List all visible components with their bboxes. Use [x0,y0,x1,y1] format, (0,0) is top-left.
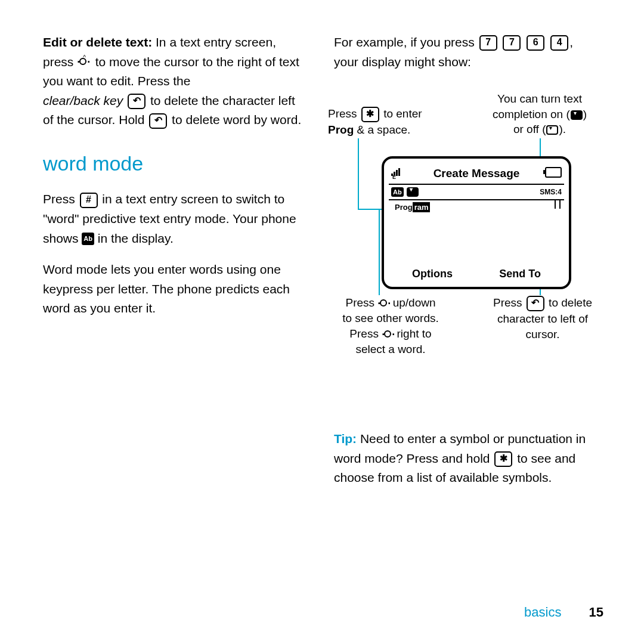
callout-line [358,138,359,210]
text-entry-line: Program [389,200,564,215]
clear-key-icon: ↶ [149,113,167,129]
predicted-text: ram [413,202,431,212]
phone-screen: E Create Message Ab SMS:4 Program Option… [382,156,571,289]
word-mode-p2: Word mode lets you enter words using one… [43,260,305,318]
annotation-bottom-left: Press up/down to see other words. Press … [328,295,453,357]
key-4-icon: 4 [550,35,568,51]
signal-icon: E [391,166,402,179]
annotation-top-left: Press ✱ to enter Prog & a space. [328,106,435,138]
completion-off-icon [546,125,558,135]
softkey-left[interactable]: Options [412,268,453,280]
hash-key-icon: # [80,193,98,208]
completion-on-icon [407,187,419,197]
completion-on-icon [571,110,583,120]
sms-counter: SMS:4 [540,188,562,196]
left-column: Edit or delete text: In a text entry scr… [43,33,305,330]
tip-paragraph: Tip: Need to enter a symbol or punctuati… [334,429,596,500]
ab-mode-icon: Ab [82,233,94,245]
nav-key-icon [377,296,389,311]
word-mode-heading: word mode [43,148,305,179]
word-mode-p1: Press # in a text entry screen to switch… [43,190,305,248]
callout-line [379,209,380,295]
key-7-icon: 7 [479,35,497,51]
cursor-icon [555,200,561,209]
key-6-icon: 6 [527,35,544,51]
phone-titlebar: E Create Message [389,163,564,185]
annotation-bottom-right: Press ↶ to delete character to left of c… [483,295,602,342]
nav-key-icon [382,327,394,342]
tip-label: Tip: [334,432,357,445]
edit-delete-label: Edit or delete text: [43,35,152,49]
annotation-top-right: You can turn text completion on () or of… [477,91,602,137]
page-number: 15 [589,605,603,620]
screen-title: Create Message [434,167,520,180]
star-key-icon: ✱ [494,451,512,467]
example-intro: For example, if you press 7 7 6 4, your … [334,33,596,72]
typed-text: Prog [395,203,413,212]
right-column: For example, if you press 7 7 6 4, your … [334,33,596,83]
battery-icon [545,167,562,178]
ab-mode-icon: Ab [391,187,404,197]
page-footer: basics 15 [524,605,603,620]
clear-back-key-label: clear/back key [43,94,123,107]
clear-key-icon: ↶ [527,296,544,311]
clear-key-icon: ↶ [128,94,145,109]
section-name: basics [524,605,561,620]
phone-statusbar: Ab SMS:4 [389,185,564,200]
star-key-icon: ✱ [361,107,379,122]
softkey-right[interactable]: Send To [499,268,541,280]
softkey-bar: Options Send To [389,265,564,282]
edit-delete-paragraph: Edit or delete text: In a text entry scr… [43,33,305,130]
key-7-icon: 7 [503,35,521,51]
